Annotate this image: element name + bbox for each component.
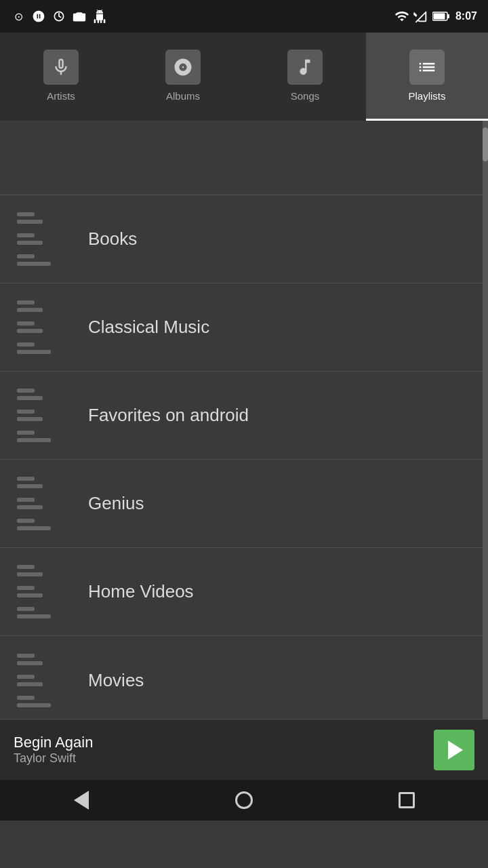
tab-artists-label: Artists	[47, 90, 75, 102]
playlist-thumb-homevideos	[0, 548, 81, 636]
now-playing-title: Begin Again	[14, 734, 434, 751]
status-left-icons: ⊙	[11, 9, 107, 24]
playlist-name: Home Videos	[81, 581, 194, 602]
camera-icon	[72, 9, 87, 24]
list-item[interactable]: Home Videos	[0, 548, 488, 636]
play-triangle-icon	[448, 741, 463, 760]
playlist-area: Books Classical Music	[0, 121, 488, 719]
tab-albums-label: Albums	[166, 90, 200, 102]
now-playing-bar[interactable]: Begin Again Taylor Swift	[0, 719, 488, 780]
home-button[interactable]	[224, 780, 264, 821]
recents-icon	[399, 792, 415, 808]
list-item[interactable]: Genius	[0, 460, 488, 548]
playlist-name: Classical Music	[81, 317, 209, 338]
list-spacer	[0, 121, 488, 195]
playlist-thumb-books	[0, 195, 81, 283]
whatsapp-icon	[31, 9, 46, 24]
android-icon	[92, 9, 107, 24]
tab-playlists-label: Playlists	[408, 90, 445, 102]
time-display: 8:07	[455, 10, 477, 22]
playlist-thumb-movies	[0, 636, 81, 719]
scrollbar-track[interactable]	[483, 121, 488, 719]
now-playing-info: Begin Again Taylor Swift	[14, 734, 434, 766]
recents-button[interactable]	[386, 780, 427, 821]
mic-icon	[43, 50, 79, 85]
list-item[interactable]: Classical Music	[0, 283, 488, 372]
back-icon	[74, 791, 89, 810]
now-playing-artist: Taylor Swift	[14, 751, 434, 766]
record-icon: ⊙	[11, 9, 26, 24]
tab-artists[interactable]: Artists	[0, 33, 122, 121]
bottom-nav	[0, 780, 488, 821]
playlist-name: Genius	[81, 493, 144, 514]
music-note-icon	[287, 50, 323, 85]
battery-icon	[432, 9, 450, 24]
scrollbar-thumb	[483, 127, 488, 161]
playlist-name: Movies	[81, 670, 144, 691]
tab-playlists[interactable]: Playlists	[366, 33, 488, 121]
tab-songs[interactable]: Songs	[244, 33, 366, 121]
list-icon	[409, 50, 445, 85]
list-item[interactable]: Movies	[0, 636, 488, 719]
playlist-thumb-genius	[0, 460, 81, 548]
status-right: 8:07	[394, 9, 477, 24]
status-bar: ⊙ 8:07	[0, 0, 488, 33]
wifi-icon	[394, 9, 409, 24]
list-item[interactable]: Favorites on android	[0, 372, 488, 460]
tab-songs-label: Songs	[291, 90, 320, 102]
whatsapp2-icon	[52, 9, 66, 24]
tab-albums[interactable]: Albums	[122, 33, 244, 121]
tab-bar: Artists Albums Songs Playlists	[0, 33, 488, 121]
home-icon	[235, 791, 253, 809]
playlist-thumb-favorites	[0, 372, 81, 460]
svg-rect-3	[433, 14, 445, 20]
playlist-name: Books	[81, 229, 137, 250]
list-item[interactable]: Books	[0, 195, 488, 283]
back-button[interactable]	[61, 780, 102, 821]
signal-icon	[413, 9, 428, 24]
svg-rect-2	[447, 14, 449, 18]
playlist-name: Favorites on android	[81, 405, 249, 426]
play-button[interactable]	[434, 730, 474, 770]
disc-icon	[165, 50, 201, 85]
playlist-thumb-classical	[0, 283, 81, 372]
